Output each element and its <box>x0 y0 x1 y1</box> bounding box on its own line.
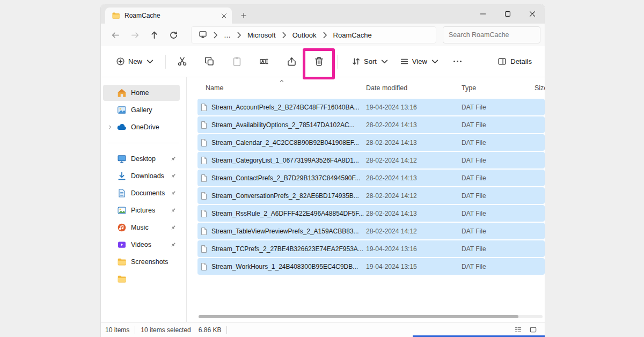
explorer-tab[interactable]: RoamCache <box>105 8 232 24</box>
tab-folder-icon <box>112 11 120 20</box>
file-name-cell: Stream_TableViewPreviewPrefs_2_A159ACBB8… <box>197 227 366 236</box>
file-row[interactable]: Stream_TCPrefs_2_27BE4B326623E74EA2F953A… <box>197 240 545 257</box>
new-tab-button[interactable] <box>240 12 247 19</box>
sidebar-item-documents[interactable]: Documents <box>103 185 180 201</box>
file-icon <box>200 174 208 182</box>
details-pane-icon <box>497 57 507 66</box>
sidebar-item-label: OneDrive <box>131 123 159 131</box>
horizontal-scrollbar[interactable] <box>199 315 543 318</box>
file-type-cell: DAT File <box>462 174 535 182</box>
column-header-size[interactable]: Size <box>535 84 545 92</box>
file-date-cell: 28-02-2024 14:13 <box>366 121 462 129</box>
maximize-button[interactable] <box>495 4 520 24</box>
sidebar-item-pictures[interactable]: Pictures <box>103 202 180 218</box>
minimize-button[interactable] <box>471 4 495 24</box>
file-name-cell: Stream_ConversationPrefs_2_82AE6BD174935… <box>197 192 366 200</box>
up-button[interactable] <box>145 26 163 44</box>
sidebar-item-music[interactable]: Music <box>103 219 180 236</box>
sidebar-item-label: Music <box>131 224 149 231</box>
file-name: Stream_TableViewPreviewPrefs_2_A159ACBB8… <box>211 228 359 235</box>
screenshots-icon <box>117 257 127 267</box>
sidebar-item-home[interactable]: Home <box>103 85 180 101</box>
view-button-label: View <box>412 57 427 65</box>
file-icon <box>200 209 208 218</box>
details-view-toggle[interactable] <box>511 324 524 336</box>
sidebar-item-folder[interactable] <box>103 271 180 287</box>
main-area: HomeGalleryOneDriveDesktopDownloadsDocum… <box>101 77 545 322</box>
search-input[interactable] <box>443 26 540 43</box>
breadcrumb-item-outlook[interactable]: Outlook <box>289 29 320 41</box>
horizontal-scrollbar-thumb[interactable] <box>199 315 518 318</box>
file-type-cell: DAT File <box>462 245 535 253</box>
file-icon <box>200 138 208 147</box>
breadcrumb-chevron-icon <box>280 31 289 40</box>
expander-spacer <box>105 90 115 96</box>
refresh-button[interactable] <box>164 26 182 44</box>
copy-button[interactable] <box>199 51 220 72</box>
breadcrumb-item-microsoft[interactable]: Microsoft <box>244 29 280 41</box>
file-name: Stream_CategoryList_1_06773199A3526F4A8D… <box>211 157 359 164</box>
status-divider <box>135 326 135 334</box>
expander-spacer <box>105 107 115 113</box>
sidebar-item-onedrive[interactable]: OneDrive <box>103 119 180 135</box>
expander-spacer <box>105 241 115 248</box>
file-row[interactable]: Stream_AvailabilityOptions_2_785147DA102… <box>197 116 545 133</box>
sidebar-item-downloads[interactable]: Downloads <box>103 168 180 184</box>
more-options-button[interactable] <box>447 51 469 72</box>
expand-chevron-icon[interactable] <box>105 124 115 130</box>
file-row[interactable]: Stream_TableViewPreviewPrefs_2_A159ACBB8… <box>197 223 545 239</box>
close-button[interactable] <box>520 4 545 24</box>
address-bar[interactable]: …MicrosoftOutlookRoamCache <box>191 26 436 43</box>
file-row[interactable]: Stream_ContactPrefs_2_B7D29B1337C8494590… <box>197 170 545 186</box>
sidebar-list: HomeGalleryOneDriveDesktopDownloadsDocum… <box>101 85 186 287</box>
column-header-type[interactable]: Type <box>462 84 535 92</box>
file-row[interactable]: Stream_ConversationPrefs_2_82AE6BD174935… <box>197 187 545 204</box>
share-button[interactable] <box>281 51 302 72</box>
sidebar-item-videos[interactable]: Videos <box>103 237 180 253</box>
breadcrumb-overflow[interactable]: … <box>220 29 235 41</box>
paste-button[interactable] <box>226 51 247 72</box>
new-button[interactable]: New <box>112 51 159 72</box>
file-type-cell: DAT File <box>462 192 535 200</box>
breadcrumb-chevron-icon <box>235 31 244 40</box>
sort-button[interactable]: Sort <box>346 51 394 72</box>
pin-icon <box>170 173 177 180</box>
sidebar-item-gallery[interactable]: Gallery <box>103 102 180 118</box>
file-date-cell: 28-02-2024 14:12 <box>366 157 462 164</box>
column-header-name[interactable]: Name <box>197 84 366 92</box>
pin-icon <box>170 207 177 214</box>
tab-close-icon[interactable] <box>222 13 226 18</box>
sort-ascending-caret-icon <box>279 78 285 83</box>
file-date-cell: 19-04-2024 13:16 <box>366 104 462 111</box>
details-button[interactable]: Details <box>495 51 534 72</box>
cut-button[interactable] <box>171 51 193 72</box>
column-header-label: Size <box>535 84 545 92</box>
file-row[interactable]: Stream_Calendar_2_4C2CC8B90B92B041908EF.… <box>197 134 545 151</box>
back-button[interactable] <box>106 26 125 44</box>
file-name-cell: Stream_CategoryList_1_06773199A3526F4A8D… <box>197 156 366 165</box>
forward-icon <box>130 31 140 40</box>
breadcrumb-root-this-pc[interactable] <box>195 28 211 42</box>
file-icon <box>200 227 208 236</box>
view-button[interactable]: View <box>394 51 445 72</box>
file-row[interactable]: Stream_CategoryList_1_06773199A3526F4A8D… <box>197 152 545 169</box>
file-row[interactable]: Stream_AccountPrefs_2_B274BC48F7F16040BA… <box>197 99 545 115</box>
rename-button[interactable] <box>253 51 275 72</box>
sidebar-item-desktop[interactable]: Desktop <box>103 151 180 167</box>
expander-spacer <box>105 156 115 162</box>
chevron-down-icon <box>145 57 155 66</box>
large-icons-view-toggle[interactable] <box>526 324 539 336</box>
sidebar-item-screenshots[interactable]: Screenshots <box>103 254 180 270</box>
file-type-cell: DAT File <box>462 210 535 217</box>
forward-button[interactable] <box>126 26 144 44</box>
column-header-date-modified[interactable]: Date modified <box>366 84 462 92</box>
breadcrumb-item-roamcache[interactable]: RoamCache <box>330 29 376 41</box>
downloads-icon <box>117 171 127 181</box>
file-name-cell: Stream_AccountPrefs_2_B274BC48F7F16040BA… <box>197 103 366 112</box>
chevron-down-icon <box>430 57 440 66</box>
file-row[interactable]: Stream_WorkHours_1_24B408300B95EC4C9DB..… <box>197 258 545 275</box>
file-date-cell: 28-02-2024 14:13 <box>366 174 462 182</box>
file-icon <box>200 245 208 253</box>
delete-button[interactable] <box>308 51 330 72</box>
file-row[interactable]: Stream_RssRule_2_A6DFFF422E496A48854DF5F… <box>197 205 545 222</box>
